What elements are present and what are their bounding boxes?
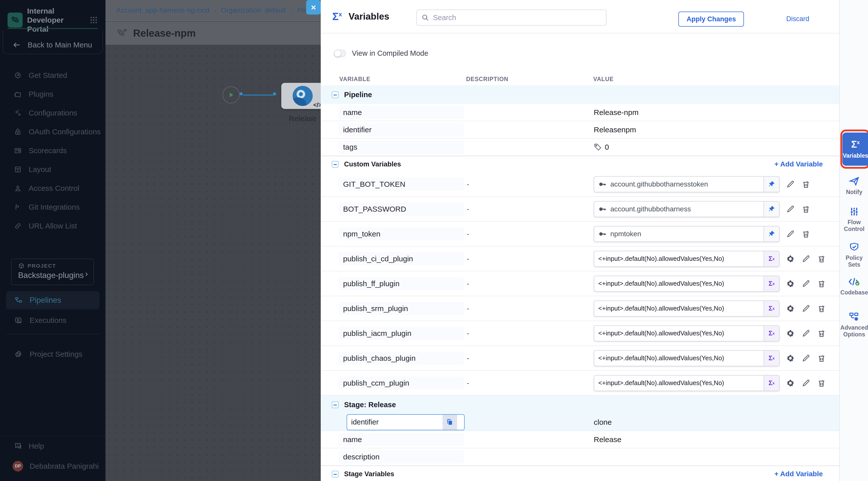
advanced-options-icon [840,311,868,322]
search-icon [422,14,429,21]
help-button[interactable]: ? Help [14,442,44,450]
edit-variable-button[interactable] [801,378,811,388]
delete-variable-button[interactable] [801,180,811,189]
breadcrumb-org[interactable]: Organization: default [221,6,285,14]
collapse-icon[interactable] [332,402,339,408]
compiled-mode-toggle[interactable] [334,50,346,57]
edit-variable-button[interactable] [801,329,811,338]
sidebar-item-project-settings[interactable]: Project Settings [6,345,99,363]
delete-variable-button[interactable] [817,378,826,388]
delete-variable-button[interactable] [817,254,826,264]
edit-variable-button[interactable] [801,254,811,264]
collapse-icon[interactable] [332,471,339,478]
pin-button[interactable] [764,226,779,242]
configure-variable-button[interactable] [786,378,795,388]
tab-advanced-options[interactable]: Advanced Options [840,311,868,338]
sidebar-item-executions[interactable]: Executions [6,311,99,329]
pipeline-start-node[interactable] [222,86,240,103]
pin-button[interactable] [764,201,779,217]
runtime-input-value[interactable]: <+input>.default(No).allowedValues(Yes,N… [594,276,780,292]
delete-variable-button[interactable] [817,279,826,288]
pin-button[interactable] [764,177,779,192]
variable-value: Releasenpm [594,126,839,134]
sidebar-item-configurations[interactable]: Configurations [0,103,105,122]
back-to-main-menu[interactable]: Back to Main Menu [12,41,92,49]
close-panel-button[interactable]: × [306,0,321,14]
search-input[interactable] [433,13,583,22]
configure-variable-button[interactable] [786,329,795,338]
tab-policy-sets[interactable]: Policy Sets [840,242,868,268]
sidebar-item-pipelines[interactable]: Pipelines [6,291,99,309]
sidebar-item-url-allow-list[interactable]: URL Allow List [0,216,105,235]
tab-variables[interactable]: Σx Variables [842,133,868,166]
add-variable-button[interactable]: + Add Variable [774,160,823,168]
copy-button[interactable] [442,415,457,430]
edit-pencil-icon[interactable] [201,29,210,38]
help-chat-icon: ? [14,442,22,450]
stage-card-release[interactable]: </> [281,83,324,109]
delete-variable-button[interactable] [801,204,811,214]
variable-value: clone [594,418,839,426]
input-type-selector[interactable]: Σx [764,276,779,291]
runtime-input-value[interactable]: <+input>.default(No).allowedValues(Yes,N… [594,350,780,366]
tab-flow-control[interactable]: Flow Control [840,206,868,232]
secret-value-input[interactable]: account.githubbotharnesstoken [594,176,780,192]
table-row: description [321,448,839,466]
sidebar-item-access-control[interactable]: Access Control [0,179,105,198]
runtime-input-value[interactable]: <+input>.default(No).allowedValues(Yes,N… [594,251,780,267]
collapse-icon[interactable] [332,91,339,98]
apply-changes-button[interactable]: Apply Changes [678,11,744,27]
sidebar-item-get-started[interactable]: Get Started [0,66,105,85]
input-type-selector[interactable]: Σx [764,251,779,266]
edit-variable-button[interactable] [786,180,795,189]
user-menu[interactable]: DP Debabrata Panigrahi [12,461,99,472]
runtime-input-value[interactable]: <+input>.default(No).allowedValues(Yes,N… [594,300,780,317]
right-rail: Σx Variables Notify Flow Control Policy … [839,0,868,481]
edit-variable-button[interactable] [786,229,795,239]
sidebar-item-plugins[interactable]: Plugins [0,85,105,103]
secret-value-input[interactable]: npmtoken [594,226,780,242]
edit-variable-button[interactable] [786,204,795,214]
sidebar-item-oauth[interactable]: OAuth Configurations [0,122,105,141]
pencil-icon [801,378,811,388]
stage-identifier-input[interactable] [347,418,442,426]
tab-notify[interactable]: Notify [840,176,868,196]
sidebar-item-git-integrations[interactable]: Git Integrations [0,198,105,216]
configure-variable-button[interactable] [786,304,795,313]
delete-variable-button[interactable] [817,353,826,363]
runtime-input-value[interactable]: <+input>.default(No).allowedValues(Yes,N… [594,325,780,342]
variable-name-cell: publish_ff_plugin [339,277,464,290]
input-type-selector[interactable]: Σx [764,301,779,316]
gear-icon [786,329,795,338]
module-grid-icon[interactable] [89,16,98,24]
table-row: publish_srm_plugin - <+input>.default(No… [321,296,839,321]
project-selector[interactable]: PROJECT Backstage-plugins › [11,259,94,285]
sidebar-item-scorecards[interactable]: Scorecards [0,141,105,160]
discard-button[interactable]: Discard [786,15,809,23]
variable-name-cell: description [339,450,464,463]
edit-variable-button[interactable] [801,353,811,363]
delete-variable-button[interactable] [801,229,811,239]
table-row: publish_ccm_plugin - <+input>.default(No… [321,371,839,396]
delete-variable-button[interactable] [817,304,826,313]
secret-value-input[interactable]: account.githubbotharness [594,201,780,217]
tab-codebase[interactable]: Codebase [840,276,868,296]
input-type-selector[interactable]: Σx [764,351,779,366]
edit-variable-button[interactable] [801,304,811,313]
settings-gear-icon [14,350,23,358]
variable-name-cell: publish_ccm_plugin [339,377,464,390]
add-variable-button[interactable]: + Add Variable [774,470,823,478]
runtime-input-value[interactable]: <+input>.default(No).allowedValues(Yes,N… [594,375,780,391]
configure-variable-button[interactable] [786,353,795,363]
input-type-selector[interactable]: Σx [764,326,779,341]
pin-icon [768,205,775,213]
input-type-selector[interactable]: Σx [764,376,779,391]
pencil-icon [801,254,811,264]
configure-variable-button[interactable] [786,254,795,264]
edit-variable-button[interactable] [801,279,811,288]
configure-variable-button[interactable] [786,279,795,288]
sidebar-item-layout[interactable]: Layout [0,160,105,179]
delete-variable-button[interactable] [817,329,826,338]
collapse-icon[interactable] [332,161,339,168]
breadcrumb-account[interactable]: Account: app-harness-ng-cicd [116,6,210,14]
